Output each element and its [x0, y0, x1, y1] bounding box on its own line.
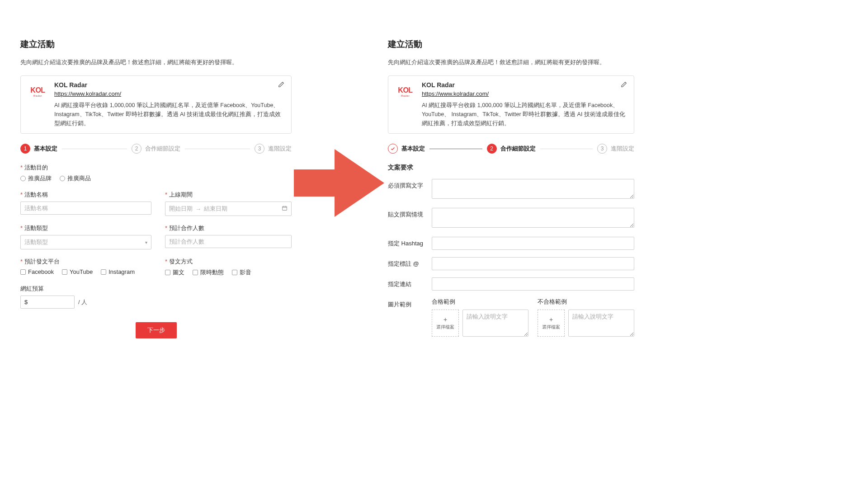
step-1-num: 1 — [20, 144, 30, 154]
field-mention-label: 指定標註 @ — [388, 257, 426, 268]
step-2[interactable]: 2 合作細節設定 — [487, 144, 536, 154]
calendar-icon — [282, 205, 288, 212]
required-text-textarea[interactable] — [432, 179, 634, 199]
platform-label: 預計發文平台 — [20, 258, 151, 266]
brand-logo: KOL Radar — [395, 81, 415, 102]
next-button[interactable]: 下一步 — [136, 322, 177, 338]
check-video[interactable]: 影音 — [232, 268, 251, 277]
date-end: 結束日期 — [204, 205, 227, 213]
check-facebook[interactable]: Facebook — [20, 268, 54, 275]
type-select[interactable]: 活動類型 ▾ — [20, 235, 151, 249]
plus-icon: + — [549, 316, 553, 323]
step-1-label: 基本設定 — [34, 145, 57, 153]
logo-sub: Radar — [30, 94, 45, 97]
checkbox-icon — [232, 270, 237, 275]
method-label: 發文方式 — [165, 258, 292, 266]
purpose-label: 活動目的 — [20, 164, 292, 172]
name-input[interactable] — [20, 202, 151, 215]
budget-label: 網紅預算 — [20, 285, 292, 293]
upload-label: 選擇檔案 — [542, 324, 560, 330]
checkbox-icon — [20, 269, 26, 275]
context-textarea[interactable] — [432, 208, 634, 228]
bad-example-textarea[interactable] — [568, 310, 634, 337]
upload-label: 選擇檔案 — [436, 324, 454, 330]
people-input[interactable] — [165, 235, 292, 248]
page-title: 建立活動 — [20, 38, 292, 50]
logo-main: KOL — [30, 86, 45, 94]
step-1[interactable]: 1 基本設定 — [20, 144, 57, 154]
step-line-2 — [185, 149, 250, 149]
edit-icon[interactable] — [278, 81, 284, 89]
plus-icon: + — [443, 316, 447, 323]
bad-example-title: 不合格範例 — [538, 298, 634, 306]
radio-brand-label: 推廣品牌 — [28, 174, 52, 183]
check-story[interactable]: 限時動態 — [193, 268, 224, 277]
date-start: 開始日期 — [169, 205, 193, 213]
check-ig-label: Instagram — [108, 268, 135, 275]
step-line-2 — [540, 149, 593, 149]
brand-name: KOL Radar — [54, 81, 284, 89]
chevron-down-icon: ▾ — [145, 240, 147, 245]
radio-brand[interactable]: 推廣品牌 — [20, 174, 52, 183]
checkbox-icon — [62, 269, 67, 275]
hashtag-input[interactable] — [432, 237, 634, 250]
checkbox-icon — [165, 270, 170, 275]
field-example-label: 圖片範例 — [388, 298, 426, 309]
check-yt-label: YouTube — [70, 268, 93, 275]
svg-rect-0 — [283, 206, 287, 211]
logo-main: KOL — [398, 86, 412, 94]
check-imagetext[interactable]: 圖文 — [165, 268, 184, 277]
field-link-label: 指定連結 — [388, 277, 426, 288]
brand-link[interactable]: https://www.kolradar.com/ — [422, 90, 489, 97]
check-icon — [390, 146, 396, 151]
panel-step1: 建立活動 先向網紅介紹這次要推廣的品牌及產品吧！敘述愈詳細，網紅將能有更好的發揮… — [20, 38, 292, 338]
logo-sub: Radar — [398, 94, 412, 97]
brand-link[interactable]: https://www.kolradar.com/ — [54, 90, 121, 97]
check-instagram[interactable]: Instagram — [101, 268, 135, 275]
date-range-picker[interactable]: 開始日期 → 結束日期 — [165, 202, 292, 216]
radio-product-label: 推廣商品 — [67, 174, 91, 183]
name-label: 活動名稱 — [20, 191, 151, 199]
step-2-label: 合作細節設定 — [145, 145, 180, 153]
step-3[interactable]: 3 進階設定 — [255, 144, 292, 154]
brand-card: KOL Radar KOL Radar https://www.kolradar… — [388, 75, 634, 134]
page-subtitle: 先向網紅介紹這次要推廣的品牌及產品吧！敘述愈詳細，網紅將能有更好的發揮喔。 — [388, 58, 634, 66]
check-m3-label: 影音 — [240, 268, 251, 277]
step-1-done-num — [388, 144, 398, 154]
step-3-num: 3 — [255, 144, 264, 154]
mention-input[interactable] — [432, 257, 634, 270]
good-example-textarea[interactable] — [462, 310, 528, 337]
field-context-label: 貼文撰寫情境 — [388, 208, 426, 219]
step-1-label: 基本設定 — [401, 145, 425, 153]
step-2-num: 2 — [132, 144, 142, 154]
brand-card: KOL Radar KOL Radar https://www.kolradar… — [20, 75, 292, 134]
arrow-icon: → — [195, 206, 201, 212]
step-3[interactable]: 3 進階設定 — [597, 144, 634, 154]
transition-arrow-icon — [294, 149, 384, 217]
checkbox-icon — [101, 269, 106, 275]
step-3-label: 進階設定 — [268, 145, 292, 153]
check-m2-label: 限時動態 — [200, 268, 224, 277]
checkbox-icon — [193, 270, 198, 275]
radio-product[interactable]: 推廣商品 — [60, 174, 91, 183]
check-youtube[interactable]: YouTube — [62, 268, 93, 275]
radio-icon — [60, 176, 65, 181]
step-1[interactable]: 基本設定 — [388, 144, 425, 154]
type-label: 活動類型 — [20, 224, 151, 232]
stepper: 1 基本設定 2 合作細節設定 3 進階設定 — [20, 144, 292, 154]
stepper: 基本設定 2 合作細節設定 3 進階設定 — [388, 144, 634, 154]
upload-bad-button[interactable]: + 選擇檔案 — [538, 310, 565, 337]
budget-input[interactable] — [20, 296, 75, 309]
edit-icon[interactable] — [621, 81, 627, 89]
upload-good-button[interactable]: + 選擇檔案 — [432, 310, 459, 337]
panel-step2: 建立活動 先向網紅介紹這次要推廣的品牌及產品吧！敘述愈詳細，網紅將能有更好的發揮… — [388, 38, 634, 346]
link-input[interactable] — [432, 277, 634, 291]
brand-name: KOL Radar — [422, 81, 627, 89]
step-2-num: 2 — [487, 144, 497, 154]
field-hashtag-label: 指定 Hashtag — [388, 237, 426, 248]
budget-unit: / 人 — [78, 298, 87, 306]
check-fb-label: Facebook — [28, 268, 54, 275]
step-3-num: 3 — [597, 144, 607, 154]
step-2[interactable]: 2 合作細節設定 — [132, 144, 180, 154]
page-title: 建立活動 — [388, 38, 634, 50]
